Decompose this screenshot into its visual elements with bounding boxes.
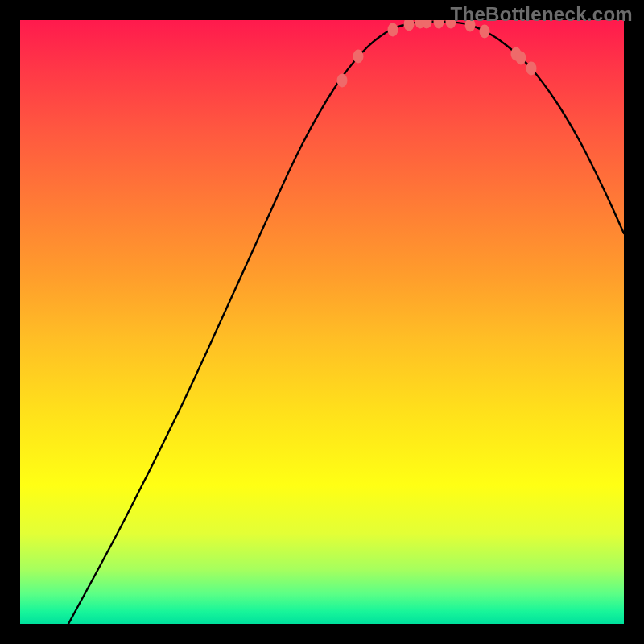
curve-marker [337,74,348,88]
curve-marker [353,50,364,64]
bottleneck-curve-plot [20,20,624,624]
curve-marker [404,20,415,31]
watermark-text: TheBottleneck.com [451,3,633,26]
curve-marker [434,20,444,29]
curve-marker [526,62,537,76]
curve-markers [337,20,537,88]
chart-frame [20,20,624,624]
curve-marker [388,23,398,37]
performance-curve [68,22,624,624]
curve-marker [480,25,490,39]
curve-marker [516,52,526,65]
